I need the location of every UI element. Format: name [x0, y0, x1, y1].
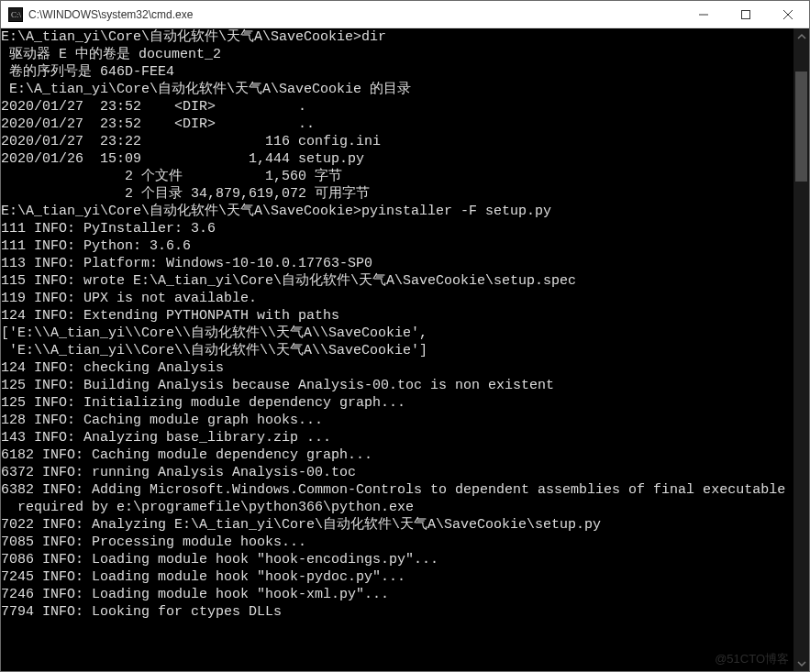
- terminal-line: 卷的序列号是 646D-FEE4: [1, 63, 793, 81]
- terminal-line: 125 INFO: Building Analysis because Anal…: [1, 377, 793, 394]
- chevron-up-icon: [797, 32, 806, 41]
- terminal-line: 113 INFO: Platform: Windows-10-10.0.1776…: [1, 255, 793, 272]
- terminal-line: 7246 INFO: Loading module hook "hook-xml…: [1, 586, 793, 603]
- terminal-line: 6182 INFO: Caching module dependency gra…: [1, 446, 793, 464]
- cmd-icon: C:\: [8, 7, 23, 22]
- terminal-line: 2 个文件 1,560 字节: [1, 168, 793, 185]
- terminal-line: 124 INFO: Extending PYTHONPATH with path…: [1, 307, 793, 325]
- close-icon: [783, 10, 793, 19]
- titlebar[interactable]: C:\ C:\WINDOWS\system32\cmd.exe: [1, 1, 809, 28]
- terminal-line: 2020/01/27 23:52 <DIR> ..: [1, 116, 793, 133]
- chevron-down-icon: [797, 659, 806, 668]
- svg-text:C:\: C:\: [11, 10, 22, 19]
- svg-rect-4: [742, 10, 750, 18]
- maximize-icon: [741, 10, 750, 19]
- terminal-line: 7086 INFO: Loading module hook "hook-enc…: [1, 551, 793, 568]
- terminal-line: 2 个目录 34,879,619,072 可用字节: [1, 185, 793, 203]
- terminal-line: 128 INFO: Caching module graph hooks...: [1, 412, 793, 429]
- terminal-line: 7245 INFO: Loading module hook "hook-pyd…: [1, 568, 793, 586]
- close-button[interactable]: [767, 1, 809, 28]
- terminal-line: E:\A_tian_yi\Core\自动化软件\天气A\SaveCookie>p…: [1, 203, 793, 220]
- terminal-line: 2020/01/27 23:52 <DIR> .: [1, 98, 793, 116]
- terminal-line: 125 INFO: Initializing module dependency…: [1, 394, 793, 412]
- terminal-line: 111 INFO: Python: 3.6.6: [1, 237, 793, 255]
- terminal-line: 7794 INFO: Looking for ctypes DLLs: [1, 603, 793, 621]
- terminal-line: 111 INFO: PyInstaller: 3.6: [1, 220, 793, 237]
- terminal-line: 115 INFO: wrote E:\A_tian_yi\Core\自动化软件\…: [1, 272, 793, 290]
- terminal-line: required by e:\programefile\python366\py…: [1, 499, 793, 516]
- scrollbar-down-arrow[interactable]: [793, 655, 809, 671]
- minimize-button[interactable]: [682, 1, 725, 28]
- scrollbar[interactable]: [793, 28, 809, 671]
- terminal-line: E:\A_tian_yi\Core\自动化软件\天气A\SaveCookie>d…: [1, 28, 793, 46]
- minimize-icon: [699, 10, 708, 19]
- terminal-line: 6382 INFO: Adding Microsoft.Windows.Comm…: [1, 481, 793, 499]
- terminal-line: 119 INFO: UPX is not available.: [1, 290, 793, 307]
- terminal-line: 7022 INFO: Analyzing E:\A_tian_yi\Core\自…: [1, 516, 793, 534]
- terminal-line: 143 INFO: Analyzing base_library.zip ...: [1, 429, 793, 446]
- terminal-line: 124 INFO: checking Analysis: [1, 359, 793, 377]
- window-title: C:\WINDOWS\system32\cmd.exe: [28, 8, 193, 21]
- scrollbar-up-arrow[interactable]: [793, 28, 809, 44]
- terminal-line: 7085 INFO: Processing module hooks...: [1, 534, 793, 551]
- window-frame: C:\ C:\WINDOWS\system32\cmd.exe E:\A_tia…: [0, 0, 810, 672]
- terminal-line: E:\A_tian_yi\Core\自动化软件\天气A\SaveCookie 的…: [1, 81, 793, 98]
- terminal-line: 2020/01/26 15:09 1,444 setup.py: [1, 150, 793, 168]
- terminal[interactable]: E:\A_tian_yi\Core\自动化软件\天气A\SaveCookie>d…: [1, 28, 809, 671]
- terminal-line: 'E:\\A_tian_yi\\Core\\自动化软件\\天气A\\SaveCo…: [1, 342, 793, 359]
- terminal-line: 2020/01/27 23:22 116 config.ini: [1, 133, 793, 150]
- scrollbar-thumb[interactable]: [795, 72, 807, 182]
- terminal-line: 6372 INFO: running Analysis Analysis-00.…: [1, 464, 793, 481]
- maximize-button[interactable]: [725, 1, 767, 28]
- scrollbar-track[interactable]: [793, 44, 809, 655]
- terminal-line: ['E:\\A_tian_yi\\Core\\自动化软件\\天气A\\SaveC…: [1, 325, 793, 342]
- terminal-output[interactable]: E:\A_tian_yi\Core\自动化软件\天气A\SaveCookie>d…: [1, 28, 793, 671]
- terminal-line: 驱动器 E 中的卷是 document_2: [1, 46, 793, 63]
